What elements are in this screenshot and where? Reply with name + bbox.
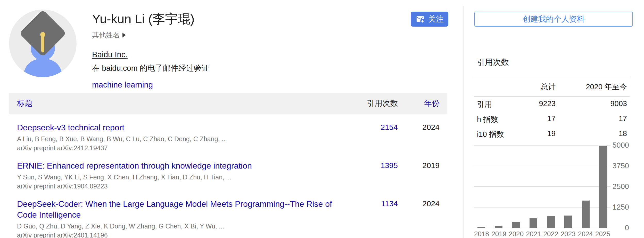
article-row: ERNIE: Enhanced representation through k… — [9, 152, 447, 190]
interest-link[interactable]: machine learning — [92, 80, 153, 90]
article-venue: arXiv preprint arXiv:1904.09223 — [17, 182, 344, 190]
chart-x-tick-label: 2019 — [491, 230, 507, 238]
publications-table: 标题 引用次数 年份 Deepseek-v3 technical report … — [9, 93, 447, 238]
chart-bars — [474, 145, 610, 228]
article-authors: D Guo, Q Zhu, D Yang, Z Xie, K Dong, W Z… — [17, 222, 344, 230]
article-authors: Y Sun, S Wang, YK Li, S Feng, X Chen, H … — [17, 173, 344, 181]
publications-header-row: 标题 引用次数 年份 — [9, 93, 447, 114]
article-title-link[interactable]: DeepSeek-Coder: When the Large Language … — [17, 199, 342, 220]
cited-by-title: 引用次数 — [474, 57, 630, 68]
article-row: Deepseek-v3 technical report A Liu, B Fe… — [9, 114, 447, 152]
create-profile-button[interactable]: 创建我的个人资料 — [474, 12, 633, 27]
chart-y-tick-label: 5000 — [612, 141, 629, 149]
profile-avatar — [9, 10, 77, 77]
article-venue: arXiv preprint arXiv:2412.19437 — [17, 144, 344, 152]
chart-x-tick-label: 2020 — [508, 230, 524, 238]
metric-row-i10-index: i10 指数 19 18 — [474, 127, 630, 142]
article-cited-by-link[interactable]: 1395 — [357, 160, 398, 170]
metric-label: 引用 — [477, 99, 517, 110]
metric-all-value: 19 — [517, 129, 556, 140]
email-add-icon — [415, 15, 425, 23]
cited-by-col-since: 2020 年至今 — [556, 82, 627, 92]
cited-by-col-all: 总计 — [517, 82, 556, 92]
article-year: 2024 — [398, 122, 440, 132]
metric-row-citations: 引用 9223 9003 — [474, 97, 630, 112]
chart-ylabels: 01250250037505000 — [610, 145, 630, 228]
citations-chart-plot — [474, 145, 610, 228]
chart-x-tick-label: 2022 — [543, 230, 559, 238]
chart-y-tick-label: 3750 — [612, 162, 629, 170]
metric-all-value: 9223 — [517, 99, 556, 110]
follow-button[interactable]: 关注 — [411, 12, 448, 27]
profile-name: Yu-kun Li (李宇琨) — [92, 11, 209, 26]
verified-email-text: 在 baidu.com 的电子邮件经过验证 — [92, 63, 209, 74]
metric-label: i10 指数 — [477, 129, 517, 140]
expand-arrow-icon — [122, 33, 126, 37]
other-names-toggle[interactable]: 其他姓名 — [92, 30, 126, 40]
profile-info: Yu-kun Li (李宇琨) 其他姓名 Baidu Inc. 在 baidu.… — [92, 11, 209, 90]
article-year: 2019 — [398, 160, 440, 170]
article-authors: A Liu, B Feng, B Xue, B Wang, B Wu, C Lu… — [17, 135, 344, 143]
chart-bar-2025[interactable] — [599, 146, 607, 228]
chart-x-tick-label: 2021 — [526, 230, 541, 238]
article-row: DeepSeek-Coder: When the Large Language … — [9, 190, 447, 238]
metric-since-value: 18 — [556, 129, 627, 140]
chart-y-tick-label: 0 — [625, 224, 629, 232]
chart-bar-2024[interactable] — [582, 201, 590, 228]
metric-all-value: 17 — [517, 114, 556, 125]
chart-bar-2019[interactable] — [495, 226, 502, 228]
chart-bar-2021[interactable] — [530, 218, 537, 228]
chart-bar-2023[interactable] — [564, 216, 572, 228]
chart-xlabels: 20182019202020212022202320242025 — [474, 230, 610, 238]
metric-row-h-index: h 指数 17 17 — [474, 112, 630, 127]
affiliation-link[interactable]: Baidu Inc. — [92, 50, 128, 59]
sort-by-year-link[interactable]: 年份 — [398, 98, 440, 109]
follow-button-label: 关注 — [428, 14, 444, 25]
article-title-link[interactable]: ERNIE: Enhanced representation through k… — [17, 160, 342, 171]
chart-x-tick-label: 2025 — [595, 230, 610, 238]
article-venue: arXiv preprint arXiv:2401.14196 — [17, 231, 344, 238]
cited-by-header-row: 总计 2020 年至今 — [474, 77, 630, 97]
article-cited-by-link[interactable]: 2154 — [357, 122, 398, 132]
metric-since-value: 17 — [556, 114, 627, 125]
sort-by-title-link[interactable]: 标题 — [17, 98, 357, 109]
chart-bar-2022[interactable] — [547, 216, 555, 228]
chart-x-tick-label: 2024 — [578, 230, 593, 238]
chart-x-tick-label: 2018 — [474, 230, 489, 238]
cited-by-column-header: 引用次数 — [357, 98, 398, 109]
chart-y-tick-label: 2500 — [612, 182, 629, 191]
chart-y-tick-label: 1250 — [612, 203, 629, 211]
chart-bar-2018[interactable] — [477, 227, 485, 228]
metric-label: h 指数 — [477, 114, 517, 125]
citations-chart: 20182019202020212022202320242025 0125025… — [474, 145, 630, 238]
scholar-profile-page: Yu-kun Li (李宇琨) 其他姓名 Baidu Inc. 在 baidu.… — [0, 0, 644, 238]
cited-by-panel: 引用次数 总计 2020 年至今 引用 9223 9003 h 指数 17 17… — [474, 57, 630, 142]
chart-x-tick-label: 2023 — [560, 230, 576, 238]
article-year: 2024 — [398, 199, 440, 208]
create-profile-label: 创建我的个人资料 — [523, 14, 585, 25]
metric-since-value: 9003 — [556, 99, 627, 110]
other-names-label: 其他姓名 — [92, 30, 120, 40]
article-cited-by-link[interactable]: 1134 — [357, 199, 398, 208]
vertical-divider — [464, 6, 464, 238]
chart-bar-2020[interactable] — [512, 222, 520, 228]
default-scholar-avatar-icon — [9, 10, 77, 77]
article-title-link[interactable]: Deepseek-v3 technical report — [17, 122, 342, 133]
